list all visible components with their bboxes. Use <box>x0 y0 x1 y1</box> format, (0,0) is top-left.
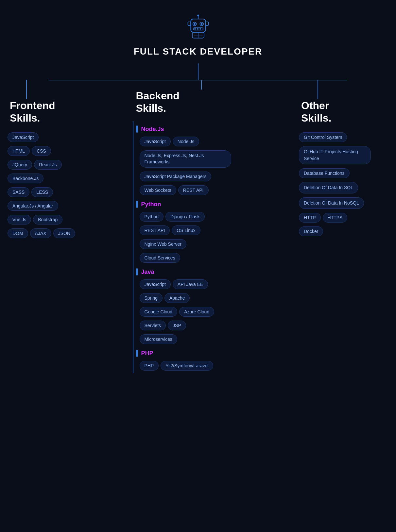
other-row-3: Database Functions <box>298 167 351 179</box>
frontend-tags-row-8: DOM AJAX JSON <box>7 227 76 240</box>
python-row-1: Python Django / Flask <box>139 210 270 223</box>
frontend-heading: Frontend Skills. <box>7 99 55 125</box>
tag-python-py: Python <box>140 212 164 222</box>
frontend-tags-row-7: Vue.Js Bootstrap <box>7 213 63 226</box>
java-row-5: Microservices <box>139 333 270 345</box>
other-row-6: HTTP HTTPS <box>298 211 348 224</box>
tag-php-yii: Yii2/Symfony/Laravel <box>161 361 213 371</box>
section-php: PHP <box>139 350 270 357</box>
php-row-1: PHP Yii2/Symfony/Laravel <box>139 359 270 372</box>
tag-java-jsp: JSP <box>168 321 186 330</box>
tag-java-spring: Spring <box>140 293 163 303</box>
backend-heading: Backend Skills. <box>133 90 180 115</box>
tag-bootstrap: Bootstrap <box>33 215 62 224</box>
tag-backbonejs: Backbone.Js <box>8 174 43 183</box>
svg-point-10 <box>197 15 199 16</box>
java-row-2: Spring Apache <box>139 292 270 304</box>
tag-nodejs-pkg: JavaScript Package Managers <box>140 172 212 181</box>
java-row-4: Servlets JSP <box>139 319 270 332</box>
python-row-2: REST API OS Linux <box>139 224 270 237</box>
frontend-tags-row-1: JavaScript <box>7 131 40 143</box>
tag-java-js: JavaScript <box>140 279 171 289</box>
tag-java-micro: Microservices <box>140 334 178 344</box>
tag-python-rest: REST API <box>140 225 170 235</box>
tag-git: Git Control System <box>299 132 347 142</box>
svg-rect-12 <box>205 22 208 25</box>
tag-jquery: JQuery <box>8 160 32 170</box>
tag-del-nosql: Deletion Of Data In NoSQL <box>299 197 364 209</box>
columns-wrapper: Frontend Skills. JavaScript HTML CSS JQu… <box>7 80 389 373</box>
tag-java-apiee: API Java EE <box>173 279 208 289</box>
tag-http: HTTP <box>299 213 321 223</box>
header: FULL STACK DEVELOPER <box>134 13 263 60</box>
frontend-tags-row-4: Backbone.Js <box>7 172 44 185</box>
tag-python-django: Django / Flask <box>165 212 204 222</box>
frontend-tags-row-6: Angular.Js / Angular <box>7 200 59 212</box>
tag-python-linux: OS Linux <box>172 225 200 235</box>
java-row-1: JavaScript API Java EE <box>139 278 270 291</box>
frontend-tags-row-5: SASS LESS <box>7 186 54 198</box>
tag-del-sql: Deletion Of Data In SQL <box>299 182 358 193</box>
root-connector <box>198 63 198 80</box>
tag-sass: SASS <box>8 187 29 197</box>
right-v-connector <box>318 80 318 99</box>
tag-less: LESS <box>31 187 53 197</box>
tag-python-cloud: Cloud Services <box>140 253 180 263</box>
other-row-1: Git Control System <box>298 131 348 143</box>
tag-https: HTTPS <box>323 213 348 223</box>
python-row-3: Nginx Web Server <box>139 238 270 250</box>
left-v-connector <box>26 80 27 99</box>
tag-nodejs-js: JavaScript <box>140 137 171 146</box>
tag-ajax: AJAX <box>30 228 51 238</box>
tag-dom: DOM <box>8 228 28 238</box>
tag-nodejs-rest: REST API <box>178 185 209 195</box>
svg-point-2 <box>194 23 195 25</box>
section-nodejs: Node.Js <box>139 126 270 133</box>
other-row-4: Deletion Of Data In SQL <box>298 181 359 195</box>
other-row-7: Docker <box>298 225 324 238</box>
frontend-tags-row-3: JQuery React.Js <box>7 158 63 171</box>
java-row-3: Google Cloud Azure Cloud <box>139 306 270 318</box>
tag-java-azure: Azure Cloud <box>179 307 214 317</box>
tag-json: JSON <box>53 228 75 238</box>
frontend-tags-row-2: HTML CSS <box>7 145 52 157</box>
svg-point-4 <box>201 23 202 25</box>
other-row-2: GitHub IT-Projects Hosting Service <box>298 145 372 166</box>
nodejs-row-3: JavaScript Package Managers <box>139 170 270 183</box>
tag-nodejs-node: Node.Js <box>173 137 199 146</box>
backend-content: Node.Js JavaScript Node.Js Node.Js, Expr… <box>133 121 270 373</box>
tag-css: CSS <box>32 146 51 156</box>
h-connector <box>49 80 347 80</box>
backend-column: Backend Skills. Node.Js JavaScript Node.… <box>133 80 270 373</box>
other-row-5: Deletion Of Data In NoSQL <box>298 196 365 210</box>
nodejs-row-4: Web Sockets REST API <box>139 184 270 196</box>
tag-java-servlets: Servlets <box>140 321 166 330</box>
other-heading: Other Skills. <box>298 99 332 125</box>
tag-angularjs: Angular.Js / Angular <box>8 201 58 211</box>
svg-rect-7 <box>197 28 198 30</box>
nodejs-row-1: JavaScript Node.Js <box>139 135 270 148</box>
tag-python-nginx: Nginx Web Server <box>140 239 186 249</box>
page-container: FULL STACK DEVELOPER Frontend Skills. Ja… <box>0 0 396 532</box>
tag-html: HTML <box>8 146 30 156</box>
tag-vuejs: Vue.Js <box>8 215 31 224</box>
tag-php-php: PHP <box>140 361 159 371</box>
tag-github: GitHub IT-Projects Hosting Service <box>299 146 371 164</box>
logo-icon <box>183 13 213 42</box>
tag-nodejs-frameworks: Node.Js, Express.Js, Nest.Js Frameworks <box>140 150 231 168</box>
python-row-4: Cloud Services <box>139 252 270 264</box>
other-column: Other Skills. Git Control System GitHub … <box>298 80 389 239</box>
nodejs-row-2: Node.Js, Express.Js, Nest.Js Frameworks <box>139 149 270 169</box>
svg-rect-6 <box>194 28 196 30</box>
tag-db-functions: Database Functions <box>299 168 350 178</box>
section-java: Java <box>139 269 270 275</box>
tag-java-apache: Apache <box>164 293 190 303</box>
svg-rect-8 <box>199 28 201 30</box>
frontend-column: Frontend Skills. JavaScript HTML CSS JQu… <box>7 80 105 241</box>
tag-java-gcloud: Google Cloud <box>140 307 178 317</box>
tag-nodejs-ws: Web Sockets <box>140 185 176 195</box>
main-title: FULL STACK DEVELOPER <box>134 46 263 57</box>
center-v-connector <box>201 80 202 90</box>
tag-docker: Docker <box>299 226 323 236</box>
tag-reactjs: React.Js <box>34 160 61 170</box>
